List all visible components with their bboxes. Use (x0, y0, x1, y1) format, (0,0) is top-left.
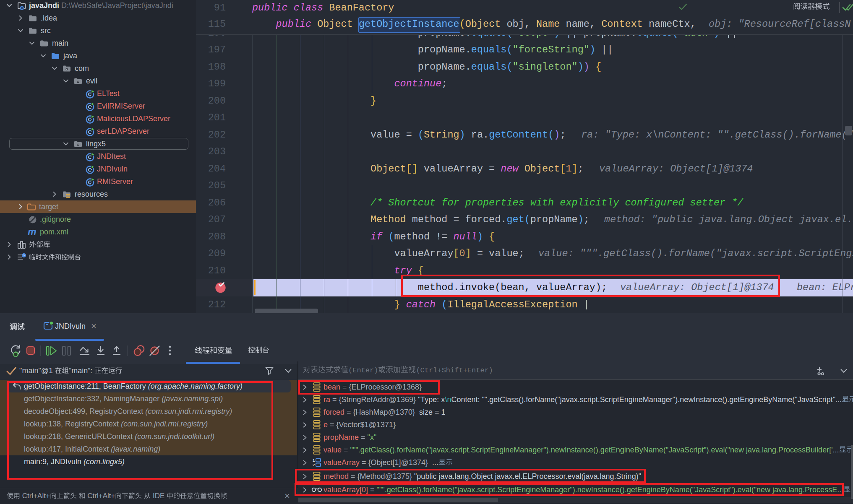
svg-text:1: 1 (313, 458, 315, 462)
svg-text:2: 2 (313, 462, 315, 467)
